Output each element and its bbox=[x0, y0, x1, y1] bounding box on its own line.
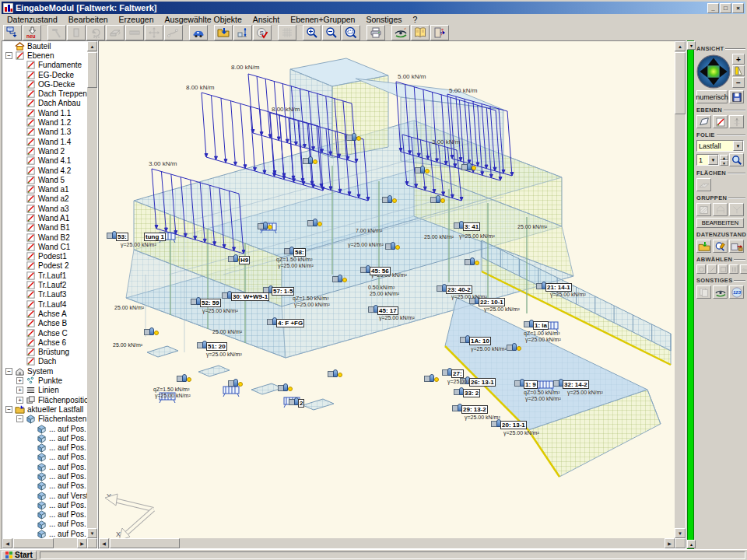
tree-item-ebenen[interactable]: −Ebenen bbox=[2, 51, 87, 60]
bemassung-button[interactable] bbox=[233, 25, 252, 40]
tree-item-achse-c[interactable]: Achse C bbox=[2, 328, 87, 338]
tree-item-wand-4.2[interactable]: Wand 4.2 bbox=[2, 166, 87, 175]
abwahl-punkt-button[interactable] bbox=[696, 264, 706, 274]
save-view-button[interactable] bbox=[729, 90, 744, 103]
scroll-up-icon[interactable]: ▲ bbox=[87, 41, 97, 51]
tree-item-flächenpositione[interactable]: +Flächenpositione bbox=[2, 395, 87, 404]
raster-button[interactable] bbox=[278, 25, 296, 40]
tree-vscrollbar[interactable]: ▲ ▼ bbox=[87, 41, 97, 538]
tree-item-podest-2[interactable]: Podest 2 bbox=[2, 261, 87, 271]
position-tag[interactable]: 22: 10-1 bbox=[479, 298, 505, 306]
start-button[interactable]: Start bbox=[2, 551, 37, 560]
tree-item-dach[interactable]: Dach bbox=[2, 357, 87, 366]
position-tag[interactable]: 57: 1-5 bbox=[272, 287, 294, 296]
werkzeug-button[interactable] bbox=[47, 25, 66, 40]
load-marker-icon[interactable] bbox=[461, 163, 475, 172]
decke-button[interactable] bbox=[106, 25, 124, 40]
position-tag[interactable]: 1: la bbox=[533, 321, 549, 330]
collapse-icon[interactable]: − bbox=[5, 52, 12, 59]
load-marker-icon[interactable] bbox=[228, 379, 242, 388]
spin-up-icon[interactable]: ▲ bbox=[720, 155, 728, 160]
numerisch-button[interactable]: numerisch bbox=[696, 90, 728, 103]
position-tag[interactable]: H9 bbox=[239, 256, 250, 264]
menu-item--[interactable]: ? bbox=[408, 15, 423, 24]
load-marker-icon[interactable] bbox=[507, 343, 521, 352]
zoom-fenster-button[interactable] bbox=[342, 25, 360, 40]
scroll-down-icon[interactable]: ▼ bbox=[87, 528, 97, 538]
position-tag[interactable]: 45: 56 bbox=[370, 267, 391, 275]
tree-item-...-auf-pos.-9[interactable]: ... auf Pos. 9 bbox=[2, 510, 87, 520]
nummern-button[interactable]: 123 bbox=[729, 285, 744, 299]
scroll-down-icon[interactable]: ▼ bbox=[675, 528, 686, 538]
position-tag[interactable]: 51: 20 bbox=[206, 342, 227, 351]
tree-item-wand-b2[interactable]: Wand B2 bbox=[2, 233, 87, 242]
tree-item-...-auf-pos.-1[interactable]: ... auf Pos. 1 bbox=[2, 424, 87, 433]
scroll-left-icon[interactable]: ◀ bbox=[2, 538, 12, 548]
collapse-icon[interactable]: − bbox=[5, 406, 12, 413]
kopieren-button[interactable] bbox=[696, 285, 711, 299]
menu-item-erzeugen[interactable]: Erzeugen bbox=[114, 15, 160, 24]
load-marker-icon[interactable] bbox=[385, 242, 399, 251]
tree-item-wand-b1[interactable]: Wand B1 bbox=[2, 223, 87, 233]
tree-item-tr.lauf2[interactable]: Tr.Lauf2 bbox=[2, 280, 87, 289]
scroll-right-icon[interactable]: ▶ bbox=[77, 538, 87, 548]
spin-down-icon[interactable]: ▼ bbox=[720, 160, 728, 166]
bearbeiten-button[interactable]: BEARBEITEN bbox=[696, 218, 744, 228]
tree-item-...-auf-pos.-4[interactable]: ... auf Pos. 4 bbox=[2, 529, 87, 538]
position-tag[interactable]: 1A: 10 bbox=[469, 337, 491, 345]
tree-item-dach-anbau[interactable]: Dach Anbau bbox=[2, 99, 87, 108]
bemessungsstreifen-button[interactable] bbox=[125, 25, 144, 40]
position-tag[interactable]: 29: 13-2 bbox=[461, 405, 488, 414]
panel-splitter[interactable]: ▾ ▴ bbox=[687, 40, 694, 549]
ebene-polygon-button[interactable] bbox=[696, 115, 711, 128]
daten-pruefen-button[interactable] bbox=[713, 240, 728, 253]
tree-item-wand-4.1[interactable]: Wand 4.1 bbox=[2, 156, 87, 166]
tree-item-wand-1.1[interactable]: Wand 1.1 bbox=[2, 108, 87, 117]
tree-item-wand-1.4[interactable]: Wand 1.4 bbox=[2, 137, 87, 146]
zoom-out-button[interactable]: − bbox=[732, 77, 745, 88]
canvas-hscrollbar[interactable]: ◀ ▶ bbox=[99, 538, 675, 548]
gruppe-fork-button[interactable] bbox=[729, 203, 744, 216]
position-tag[interactable]: tung 1 bbox=[144, 233, 166, 241]
load-marker-icon[interactable] bbox=[346, 133, 360, 142]
tree-item-wand-1.3[interactable]: Wand 1.3 bbox=[2, 128, 87, 137]
position-tag[interactable]: 52: 59 bbox=[200, 299, 221, 307]
menu-item-ausgew-hlte-objekte[interactable]: Ausgewählte Objekte bbox=[160, 15, 247, 24]
tree-item-achse-a[interactable]: Achse A bbox=[2, 309, 87, 318]
position-tag[interactable]: 2 bbox=[298, 399, 304, 408]
tree-item-fundamente[interactable]: Fundamente bbox=[2, 61, 87, 70]
tree-item-...-auf-pos.-2[interactable]: ... auf Pos. 2 bbox=[2, 471, 87, 481]
tree-item-wand-a2[interactable]: Wand a2 bbox=[2, 194, 87, 204]
drawing-area[interactable]: YX 8.00 kN/m8.00 kN/m5.00 kN/m5.00 kN/m3… bbox=[99, 41, 675, 539]
tree-item-punkte[interactable]: +Punkte bbox=[2, 376, 87, 385]
tree-item-bauteil[interactable]: Bauteil bbox=[2, 41, 87, 51]
tree-item-...-auf-pos.-7[interactable]: ... auf Pos. 7 bbox=[2, 462, 87, 471]
tree-item-wand-1.2[interactable]: Wand 1.2 bbox=[2, 117, 87, 127]
tree-item-...-auf-pos.-8[interactable]: ... auf Pos. 8 bbox=[2, 500, 87, 509]
load-marker-icon[interactable] bbox=[332, 275, 346, 284]
fahrweg-button[interactable] bbox=[189, 25, 208, 40]
load-marker-icon[interactable] bbox=[144, 327, 158, 337]
position-tag[interactable]: 4: F +FG bbox=[276, 319, 304, 327]
load-marker-icon[interactable] bbox=[303, 156, 317, 166]
abwahl-dia-button[interactable]: dia bbox=[740, 264, 747, 274]
position-tag[interactable]: 1: 9 bbox=[524, 380, 538, 389]
folie-search-button[interactable] bbox=[729, 153, 744, 166]
position-tag[interactable]: 30: W+W9-1 bbox=[231, 292, 269, 301]
darstellung-button[interactable] bbox=[391, 25, 410, 40]
tree-item-podest1[interactable]: Podest1 bbox=[2, 252, 87, 261]
rueckgaengig-button[interactable] bbox=[86, 25, 105, 40]
tree-item-achse-6[interactable]: Achse 6 bbox=[2, 338, 87, 347]
tree-item-...-auf-pos.-3[interactable]: ... auf Pos. 3 bbox=[2, 481, 87, 491]
position-tag[interactable]: 21: 14-1 bbox=[545, 283, 572, 292]
position-pruefen-button[interactable]: S bbox=[253, 25, 272, 40]
zoom-in-button[interactable]: + bbox=[732, 54, 745, 65]
daten-export-button[interactable] bbox=[729, 240, 744, 253]
tree-item-og-decke[interactable]: OG-Decke bbox=[2, 79, 87, 89]
menu-item-datenzustand[interactable]: Datenzustand bbox=[2, 15, 63, 24]
tree-item-tr.lauf1[interactable]: Tr.Lauf1 bbox=[2, 271, 87, 280]
load-marker-icon[interactable] bbox=[278, 383, 292, 393]
tree-item-...-auf-pos.-6[interactable]: ... auf Pos. 6 bbox=[2, 453, 87, 462]
daten-import-button[interactable] bbox=[696, 240, 711, 253]
chevron-down-icon[interactable]: ▼ bbox=[708, 155, 718, 165]
